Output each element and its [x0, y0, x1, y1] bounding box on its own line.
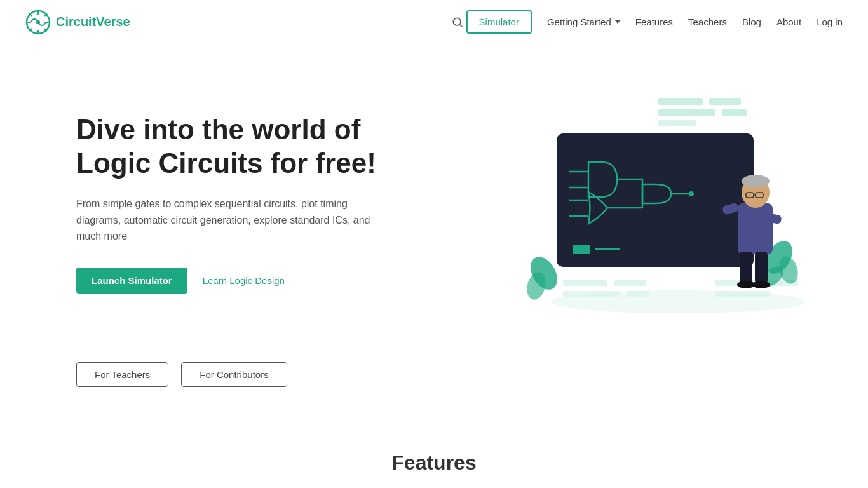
logo-link[interactable]: CircuitVerse: [25, 10, 130, 35]
audience-section: For Teachers For Contributors: [0, 349, 868, 419]
svg-rect-12: [658, 98, 703, 105]
features-title: Features: [76, 451, 792, 475]
svg-point-36: [689, 191, 694, 196]
hero-content: Dive into the world of Logic Circuits fo…: [76, 113, 432, 293]
svg-rect-16: [658, 120, 696, 126]
svg-rect-44: [738, 203, 773, 254]
hero-actions: Launch Simulator Learn Logic Design: [76, 268, 432, 294]
svg-rect-14: [658, 109, 715, 116]
nav-item-features[interactable]: Features: [635, 17, 673, 28]
nav-item-blog[interactable]: Blog: [742, 17, 761, 28]
about-link[interactable]: About: [776, 17, 801, 27]
logo-text: CircuitVerse: [56, 15, 130, 29]
svg-point-56: [550, 290, 804, 313]
navbar: CircuitVerse Simulator Getting Started F…: [0, 0, 868, 44]
getting-started-dropdown[interactable]: Getting Started: [547, 17, 620, 27]
login-link[interactable]: Log in: [817, 17, 843, 27]
teachers-link[interactable]: Teachers: [688, 17, 727, 27]
getting-started-link[interactable]: Getting Started: [547, 17, 620, 27]
hero-illustration: [432, 89, 817, 318]
hero-description: From simple gates to complex sequential …: [76, 196, 381, 245]
for-teachers-button[interactable]: For Teachers: [76, 362, 168, 387]
svg-rect-15: [722, 109, 747, 116]
search-icon: [451, 16, 464, 29]
svg-rect-37: [573, 245, 590, 254]
for-contributors-button[interactable]: For Contributors: [181, 362, 287, 387]
search-button[interactable]: [449, 13, 466, 31]
circuit-illustration: [525, 89, 817, 318]
features-section: Features Design circuits quickly and eas…: [0, 419, 868, 488]
launch-simulator-button[interactable]: Launch Simulator: [76, 268, 187, 294]
nav-item-about[interactable]: About: [776, 17, 801, 28]
svg-point-46: [742, 175, 770, 187]
svg-rect-18: [614, 280, 646, 286]
features-link[interactable]: Features: [635, 17, 673, 27]
hero-title: Dive into the world of Logic Circuits fo…: [76, 113, 432, 180]
logo-icon: [25, 10, 51, 35]
blog-link[interactable]: Blog: [742, 17, 761, 27]
svg-rect-13: [709, 98, 741, 105]
nav-item-getting-started[interactable]: Getting Started: [547, 17, 620, 27]
svg-point-53: [752, 281, 770, 288]
svg-rect-51: [755, 252, 768, 283]
nav-item-login[interactable]: Log in: [817, 17, 843, 28]
svg-line-11: [459, 24, 462, 27]
hero-section: Dive into the world of Logic Circuits fo…: [0, 44, 868, 349]
features-description: Design circuits quickly and easily with …: [212, 485, 656, 488]
simulator-button[interactable]: Simulator: [466, 10, 532, 34]
svg-point-52: [737, 281, 755, 288]
chevron-down-icon: [615, 20, 620, 24]
svg-point-1: [36, 20, 40, 24]
nav-item-teachers[interactable]: Teachers: [688, 17, 727, 28]
svg-rect-17: [563, 280, 607, 286]
nav-links: Simulator Getting Started Features Teach…: [466, 10, 843, 34]
learn-logic-design-link[interactable]: Learn Logic Design: [203, 275, 285, 286]
svg-point-10: [453, 18, 461, 25]
svg-rect-50: [740, 252, 752, 283]
nav-simulator[interactable]: Simulator: [466, 10, 532, 34]
